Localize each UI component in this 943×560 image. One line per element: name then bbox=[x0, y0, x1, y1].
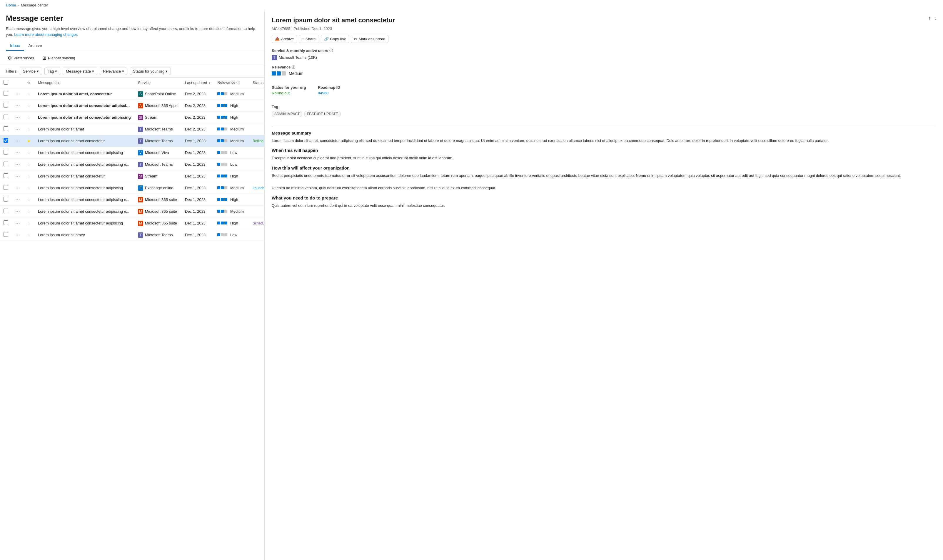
row-date-cell: Dec 1, 2023 bbox=[181, 158, 214, 171]
row-star-icon[interactable]: ☆ bbox=[27, 197, 31, 202]
row-date-cell: Dec 2, 2023 bbox=[181, 100, 214, 112]
table-row[interactable]: ⋯ ☆ Lorem ipsum dolor sit amet consectet… bbox=[0, 182, 264, 194]
preferences-button[interactable]: ⚙ Preferences bbox=[6, 54, 36, 62]
filters-label: Filters: bbox=[6, 69, 17, 74]
row-menu-icon[interactable]: ⋯ bbox=[15, 232, 20, 237]
row-star-icon[interactable]: ☆ bbox=[27, 174, 31, 178]
row-menu-icon[interactable]: ⋯ bbox=[15, 197, 20, 202]
table-row[interactable]: ⋯ ★ Lorem ipsum dolor sit amet consectet… bbox=[0, 135, 264, 147]
mark-unread-button[interactable]: ✉ Mark as unread bbox=[351, 35, 389, 43]
teams-service-icon: T bbox=[272, 55, 277, 60]
roadmap-link[interactable]: 84960 bbox=[318, 91, 329, 95]
status-for-org-item: Status for your org Rolling out bbox=[272, 85, 306, 95]
row-checkbox-6[interactable] bbox=[3, 150, 8, 155]
row-checkbox-5[interactable] bbox=[3, 138, 8, 143]
archive-action-button[interactable]: 📤 Archive bbox=[272, 35, 297, 43]
row-checkbox-2[interactable] bbox=[3, 103, 8, 108]
table-row[interactable]: ⋯ ☆ Lorem ipsum dolor sit amet consectet… bbox=[0, 217, 264, 229]
table-row[interactable]: ⋯ ☆ Lorem ipsum dolor sit amet, consecte… bbox=[0, 88, 264, 100]
row-date-cell: Dec 2, 2023 bbox=[181, 112, 214, 123]
row-date-cell: Dec 1, 2023 bbox=[181, 147, 214, 158]
row-relevance-cell: Medium bbox=[214, 88, 249, 100]
row-star-cell: ☆ bbox=[23, 206, 34, 217]
row-menu-icon[interactable]: ⋯ bbox=[15, 150, 20, 155]
row-menu-icon[interactable]: ⋯ bbox=[15, 209, 20, 214]
row-menu-icon[interactable]: ⋯ bbox=[15, 221, 20, 226]
row-relevance-label: Low bbox=[230, 162, 237, 166]
chevron-icon: ▾ bbox=[165, 69, 168, 74]
message-summary-text: Lorem ipsum dolor sit amet, consectetur … bbox=[272, 138, 936, 144]
nav-up-button[interactable]: ↑ bbox=[928, 15, 931, 21]
table-row[interactable]: ⋯ ☆ Lorem ipsum dolor sit amet T Microso… bbox=[0, 123, 264, 135]
row-date-cell: Dec 1, 2023 bbox=[181, 194, 214, 206]
copy-link-button[interactable]: 🔗 Copy link bbox=[321, 35, 349, 43]
row-star-icon[interactable]: ☆ bbox=[27, 92, 31, 96]
row-date-cell: Dec 1, 2023 bbox=[181, 171, 214, 182]
row-service: T Microsoft Teams bbox=[138, 127, 178, 132]
row-relevance-label: High bbox=[230, 221, 238, 225]
row-title-cell: Lorem ipsum dolor sit amet consectetur a… bbox=[34, 217, 134, 229]
filter-tag[interactable]: Tag ▾ bbox=[45, 68, 60, 75]
row-star-icon[interactable]: ☆ bbox=[27, 103, 31, 108]
row-menu-icon[interactable]: ⋯ bbox=[15, 162, 20, 167]
filter-service[interactable]: Service ▾ bbox=[20, 68, 42, 75]
service-name: Microsoft 365 suite bbox=[145, 221, 177, 225]
row-checkbox-13[interactable] bbox=[3, 232, 8, 237]
row-star-icon[interactable]: ☆ bbox=[27, 127, 31, 132]
row-checkbox-1[interactable] bbox=[3, 91, 8, 96]
breadcrumb-home[interactable]: Home bbox=[6, 3, 16, 7]
rel-bar-2 bbox=[277, 71, 281, 75]
row-star-icon[interactable]: ☆ bbox=[27, 186, 31, 191]
row-star-icon[interactable]: ☆ bbox=[27, 209, 31, 214]
service-icon-m365suite: M bbox=[138, 209, 143, 214]
table-row[interactable]: ⋯ ☆ Lorem ipsum dolor sit amet consectet… bbox=[0, 100, 264, 112]
row-checkbox-11[interactable] bbox=[3, 209, 8, 213]
table-row[interactable]: ⋯ ☆ Lorem ipsum dolor sit amey T Microso… bbox=[0, 229, 264, 241]
nav-down-button[interactable]: ↓ bbox=[934, 15, 937, 21]
row-menu-icon[interactable]: ⋯ bbox=[15, 115, 20, 120]
filter-relevance[interactable]: Relevance ▾ bbox=[100, 68, 127, 75]
row-star-icon[interactable]: ☆ bbox=[27, 151, 31, 155]
table-row[interactable]: ⋯ ☆ Lorem ipsum dolor sit amet consectet… bbox=[0, 171, 264, 182]
filter-status-org[interactable]: Status for your org ▾ bbox=[130, 68, 171, 75]
row-date: Dec 1, 2023 bbox=[185, 209, 205, 214]
learn-more-link[interactable]: Learn more about managing changes bbox=[14, 32, 78, 37]
row-menu-icon[interactable]: ⋯ bbox=[15, 103, 20, 108]
row-checkbox-10[interactable] bbox=[3, 197, 8, 202]
row-checkbox-12[interactable] bbox=[3, 220, 8, 225]
table-row[interactable]: ⋯ ☆ Lorem ipsum dolor sit amet consectet… bbox=[0, 158, 264, 171]
row-checkbox-4[interactable] bbox=[3, 126, 8, 131]
row-service: M Microsoft 365 suite bbox=[138, 197, 178, 202]
row-menu-icon[interactable]: ⋯ bbox=[15, 138, 20, 143]
row-checkbox-3[interactable] bbox=[3, 115, 8, 119]
row-title: Lorem ipsum dolor sit amet consectetur a… bbox=[38, 209, 131, 214]
table-row[interactable]: ⋯ ☆ Lorem ipsum dolor sit amet consectet… bbox=[0, 147, 264, 158]
row-star-icon[interactable]: ☆ bbox=[27, 115, 31, 120]
filter-message-state[interactable]: Message state ▾ bbox=[63, 68, 97, 75]
row-status-cell bbox=[249, 229, 264, 241]
row-star-icon[interactable]: ★ bbox=[27, 138, 31, 143]
table-row[interactable]: ⋯ ☆ Lorem ipsum dolor sit amet consectet… bbox=[0, 112, 264, 123]
select-all-checkbox[interactable] bbox=[3, 80, 8, 85]
row-menu-icon[interactable]: ⋯ bbox=[15, 127, 20, 132]
table-row[interactable]: ⋯ ☆ Lorem ipsum dolor sit amet consectet… bbox=[0, 206, 264, 217]
share-action-button[interactable]: ↑ Share bbox=[299, 35, 319, 43]
row-star-icon[interactable]: ☆ bbox=[27, 221, 31, 226]
row-menu-icon[interactable]: ⋯ bbox=[15, 91, 20, 96]
row-menu-icon[interactable]: ⋯ bbox=[15, 185, 20, 191]
row-checkbox-8[interactable] bbox=[3, 173, 8, 178]
tab-inbox[interactable]: Inbox bbox=[6, 41, 24, 51]
col-date-header[interactable]: Last updated ↓ bbox=[181, 78, 214, 88]
row-checkbox-9[interactable] bbox=[3, 185, 8, 190]
row-relevance-label: Medium bbox=[230, 209, 244, 214]
row-checkbox-7[interactable] bbox=[3, 162, 8, 166]
table-row[interactable]: ⋯ ☆ Lorem ipsum dolor sit amet consectet… bbox=[0, 194, 264, 206]
row-service-cell: E Exchange online bbox=[134, 182, 181, 194]
row-star-icon[interactable]: ☆ bbox=[27, 162, 31, 167]
tab-archive[interactable]: Archive bbox=[24, 41, 46, 51]
row-menu-icon[interactable]: ⋯ bbox=[15, 174, 20, 178]
how-affect-title: How this will affect your organization bbox=[272, 165, 936, 171]
planner-syncing-button[interactable]: ⊞ Planner syncing bbox=[40, 54, 77, 62]
row-star-icon[interactable]: ☆ bbox=[27, 233, 31, 237]
row-checkbox-cell bbox=[0, 158, 12, 171]
